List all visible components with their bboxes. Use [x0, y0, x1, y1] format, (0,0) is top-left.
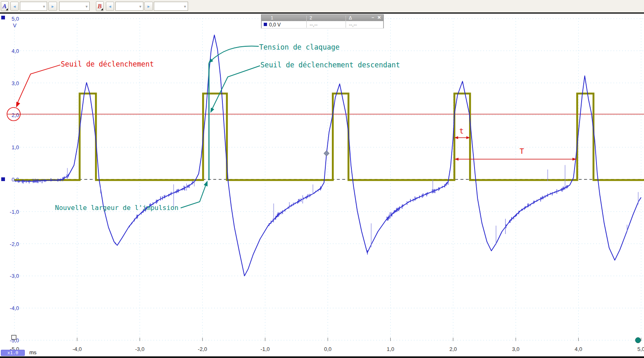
- pulse-width-leader-line: [181, 183, 207, 208]
- channel-b-next-button[interactable]: ▸: [144, 2, 153, 11]
- y-tick-label: -1,0: [10, 209, 19, 215]
- scope-plot: -5,0-4,0-3,0-2,0-1,00,01,02,03,04,05,05,…: [0, 0, 644, 358]
- panel-column-separator: [306, 16, 307, 28]
- measurement-panel: 1 2 Δ – ✕ 0,0 V --,-- --,--: [261, 14, 384, 28]
- panel-column-2: 2: [310, 15, 312, 20]
- x-tick-label: 4,0: [575, 346, 582, 352]
- channel-a-zero-marker[interactable]: [1, 177, 5, 181]
- channel-b-range-select[interactable]: ▾: [115, 2, 143, 11]
- right-arrow-icon: ▸: [148, 4, 150, 9]
- y-tick-label: -2,0: [10, 241, 19, 247]
- panel-column-delta: Δ: [349, 15, 352, 20]
- y-tick-label: 4,0: [12, 48, 19, 54]
- threshold-leader-line: [17, 65, 60, 105]
- x-tick-label: 2,0: [449, 346, 457, 352]
- channel-a-range-select[interactable]: ▾: [20, 2, 47, 11]
- channel-a-next-button[interactable]: ▸: [48, 2, 57, 11]
- chevron-down-icon: ▾: [86, 4, 88, 9]
- channel-a-prev-button[interactable]: ◂: [10, 2, 19, 11]
- pulse-waveform: [14, 93, 644, 180]
- x-scale-badge[interactable]: x1.0: [1, 350, 25, 356]
- chevron-down-icon: ▾: [184, 4, 186, 9]
- channel-a-coupling-select[interactable]: ▾: [59, 2, 90, 11]
- x-tick-label: 0,0: [324, 346, 332, 352]
- annotation-trigger-threshold: Seuil de déclenchement: [61, 60, 154, 68]
- annotation-falling-threshold: Seuil de déclenchement descendant: [260, 61, 400, 69]
- arrowhead: [204, 181, 208, 186]
- signal-waveform: [14, 35, 641, 276]
- x-tick-label: -3,0: [135, 346, 144, 352]
- left-arrow-icon: ◂: [13, 4, 16, 9]
- ruler-2-value: --,--: [310, 22, 317, 28]
- y-tick-label: -4,0: [10, 305, 19, 311]
- annotation-new-pulse-width: Nouvelle largeur de l'impulsion: [55, 204, 179, 212]
- y-tick-label: -3,0: [10, 273, 19, 279]
- dropdown-corner-icon: [6, 8, 8, 10]
- ruler-1-value: 0,0 V: [269, 22, 281, 28]
- channel-b-button[interactable]: B: [96, 1, 104, 11]
- panel-column-1: 1: [271, 15, 273, 20]
- left-arrow-icon: ◂: [109, 4, 111, 9]
- y-tick-label: 1,0: [12, 144, 19, 150]
- y-axis-unit: V: [13, 22, 17, 29]
- chevron-down-icon: ▾: [139, 4, 141, 9]
- measurement-panel-row: 0,0 V --,-- --,--: [262, 21, 383, 28]
- right-arrow-icon: ▸: [52, 4, 54, 9]
- channel-a-swatch: [264, 23, 267, 26]
- ruler-delta-value: --,--: [349, 22, 357, 28]
- panel-column-separator: [346, 16, 346, 28]
- close-button[interactable]: ✕: [377, 15, 381, 20]
- y-tick-label: 3,0: [12, 80, 19, 86]
- arrowhead: [16, 102, 20, 107]
- dropdown-corner-icon: [101, 8, 103, 10]
- y-tick-label: 5,0: [12, 16, 19, 22]
- annotation-t-label: t: [459, 126, 464, 135]
- channel-b-prev-button[interactable]: ◂: [106, 2, 114, 11]
- x-tick-label: 1,0: [387, 346, 394, 352]
- x-axis-right-handle[interactable]: [635, 338, 641, 343]
- channel-b-coupling-select[interactable]: ▾: [154, 2, 188, 11]
- chevron-down-icon: ▾: [43, 4, 45, 9]
- annotation-period-label: T: [520, 147, 524, 155]
- channel-a-button[interactable]: A: [1, 1, 9, 11]
- channel-a-top-marker[interactable]: [1, 16, 5, 19]
- toolbar: A ◂ ▾ ▸ ▾ B ◂ ▾ ▸ ▾: [0, 0, 644, 14]
- arrowhead: [210, 107, 214, 113]
- x-tick-label: -2,0: [198, 346, 207, 352]
- x-tick-label: 5,0: [637, 346, 644, 352]
- x-tick-label: -1,0: [260, 346, 270, 352]
- measurement-panel-header[interactable]: 1 2 Δ – ✕: [262, 15, 383, 21]
- falling-threshold-leader-line: [211, 66, 260, 111]
- x-tick-label: -4,0: [72, 346, 81, 352]
- window-bottom-edge: [0, 356, 644, 358]
- x-axis-left-handle[interactable]: [12, 335, 16, 339]
- y-tick-label: 2,0: [12, 112, 19, 118]
- x-axis-unit: ms: [29, 349, 36, 356]
- diamond-marker[interactable]: [324, 150, 329, 156]
- x-tick-label: 3,0: [512, 346, 520, 352]
- minimize-button[interactable]: –: [372, 15, 374, 20]
- annotation-breakdown-voltage: Tension de claquage: [259, 43, 339, 51]
